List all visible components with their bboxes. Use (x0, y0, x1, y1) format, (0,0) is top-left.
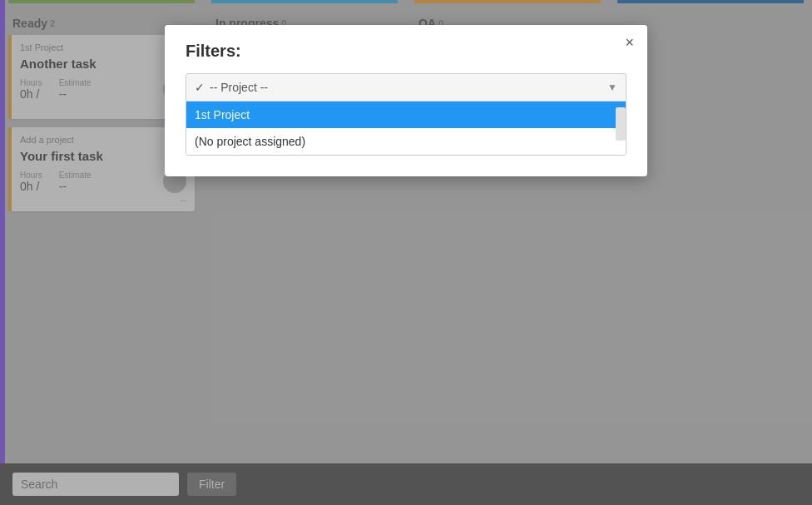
dropdown-selected-value[interactable]: ✓ -- Project -- ▼ (186, 74, 626, 101)
dropdown-scrollbar[interactable] (616, 107, 626, 141)
dropdown-checkmark: ✓ (195, 81, 205, 94)
modal-overlay: Filters: × ✓ -- Project -- ▼ 1st Project… (0, 0, 812, 505)
dropdown-selected-label: -- Project -- (210, 81, 268, 94)
filters-modal: Filters: × ✓ -- Project -- ▼ 1st Project… (165, 25, 647, 176)
dropdown-option-1st-project[interactable]: 1st Project (186, 101, 626, 128)
modal-close-button[interactable]: × (625, 35, 634, 50)
dropdown-arrow-icon: ▼ (607, 82, 617, 93)
project-dropdown[interactable]: ✓ -- Project -- ▼ 1st Project (No projec… (186, 73, 626, 156)
dropdown-options-list: 1st Project (No project assigned) (186, 101, 626, 155)
modal-title: Filters: (186, 42, 626, 61)
dropdown-option-no-project[interactable]: (No project assigned) (186, 128, 626, 155)
